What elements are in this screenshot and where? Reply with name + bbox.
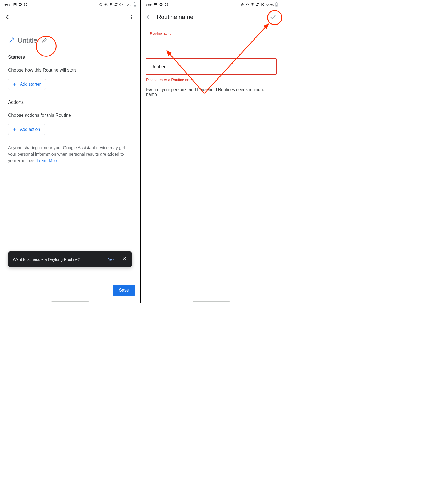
svg-rect-28 <box>276 5 277 6</box>
bottom-bar: Save <box>0 277 140 303</box>
data-icon <box>114 3 118 7</box>
status-bar: 3:00 • <box>141 0 282 10</box>
add-action-label: Add action <box>20 127 40 132</box>
clock-text: 3:00 <box>4 3 11 7</box>
svg-rect-11 <box>134 5 136 6</box>
svg-rect-27 <box>276 2 277 3</box>
routine-title: Untitle <box>18 36 37 45</box>
snackbar-close-button[interactable] <box>117 254 127 265</box>
nav-pill <box>193 301 230 302</box>
starters-heading: Starters <box>0 45 140 60</box>
more-button[interactable] <box>126 12 137 22</box>
annotation-arrows <box>141 0 282 303</box>
app-bar <box>0 10 140 25</box>
wifi-icon <box>109 3 113 7</box>
data-icon <box>256 3 259 7</box>
add-starter-button[interactable]: + Add starter <box>8 79 46 90</box>
plus-icon: + <box>13 127 16 132</box>
input-floating-label: Routine name <box>149 32 173 36</box>
svg-point-1 <box>14 4 15 4</box>
app-bar: Routine name <box>141 10 282 25</box>
battery-text: 52% <box>124 3 132 7</box>
svg-point-12 <box>131 15 132 16</box>
svg-point-3 <box>24 3 27 6</box>
alarm-icon <box>99 3 103 7</box>
battery-text: 52% <box>266 3 274 7</box>
back-button[interactable] <box>3 12 14 22</box>
sports-icon <box>165 3 168 7</box>
snackbar-message: Want to schedule a Daylong Routine? <box>13 257 105 262</box>
gallery-icon <box>154 3 158 7</box>
svg-point-20 <box>165 3 168 6</box>
learn-more-link[interactable]: Learn More <box>37 158 59 163</box>
actions-heading: Actions <box>0 90 140 105</box>
dot-icon: • <box>29 3 30 6</box>
add-action-button[interactable]: + Add action <box>8 124 45 135</box>
dnd-icon <box>261 3 265 7</box>
alarm-icon <box>241 3 244 7</box>
status-bar: 3:00 • <box>0 0 140 10</box>
svg-point-6 <box>111 6 111 6</box>
svg-rect-10 <box>134 2 135 3</box>
wifi-icon <box>251 3 254 7</box>
svg-point-18 <box>155 4 155 4</box>
battery-icon <box>134 2 136 7</box>
page-title: Routine name <box>157 14 193 21</box>
clock-text: 3:00 <box>145 3 152 7</box>
dnd-icon <box>119 3 123 7</box>
add-starter-label: Add starter <box>20 82 41 87</box>
disclaimer-text: Anyone sharing or near your Google Assis… <box>0 135 140 164</box>
sports-icon <box>24 3 27 7</box>
actions-description: Choose actions for this Routine <box>0 105 140 118</box>
svg-line-25 <box>262 3 263 5</box>
nav-pill <box>51 301 89 302</box>
confirm-button[interactable] <box>268 12 278 22</box>
edit-name-button[interactable] <box>40 36 49 45</box>
back-button[interactable] <box>144 12 155 22</box>
svg-line-22 <box>248 3 249 5</box>
magic-wand-icon <box>8 36 15 44</box>
snackbar: Want to schedule a Daylong Routine? Yes <box>8 251 132 267</box>
svg-point-13 <box>131 17 132 18</box>
svg-point-23 <box>252 6 253 6</box>
mute-icon <box>246 3 249 7</box>
battery-icon <box>275 2 278 7</box>
svg-line-8 <box>120 3 122 5</box>
routine-name-input[interactable] <box>150 64 272 70</box>
svg-point-14 <box>131 18 132 19</box>
svg-line-5 <box>106 3 107 5</box>
routine-editor-screen: 3:00 • <box>0 0 141 303</box>
helper-text: Each of your personal and household Rout… <box>146 87 276 97</box>
messenger-icon <box>159 3 163 7</box>
routine-name-field[interactable] <box>146 58 277 75</box>
dot-icon: • <box>170 3 171 6</box>
save-button[interactable]: Save <box>113 285 135 296</box>
starters-description: Choose how this Routine will start <box>0 60 140 73</box>
plus-icon: + <box>13 82 16 87</box>
gallery-icon <box>13 3 17 7</box>
messenger-icon <box>18 3 22 7</box>
mute-icon <box>104 3 108 7</box>
input-error-message: Please enter a Routine name <box>146 78 276 82</box>
rename-routine-screen: 3:00 • <box>141 0 282 303</box>
snackbar-yes-button[interactable]: Yes <box>105 255 117 264</box>
